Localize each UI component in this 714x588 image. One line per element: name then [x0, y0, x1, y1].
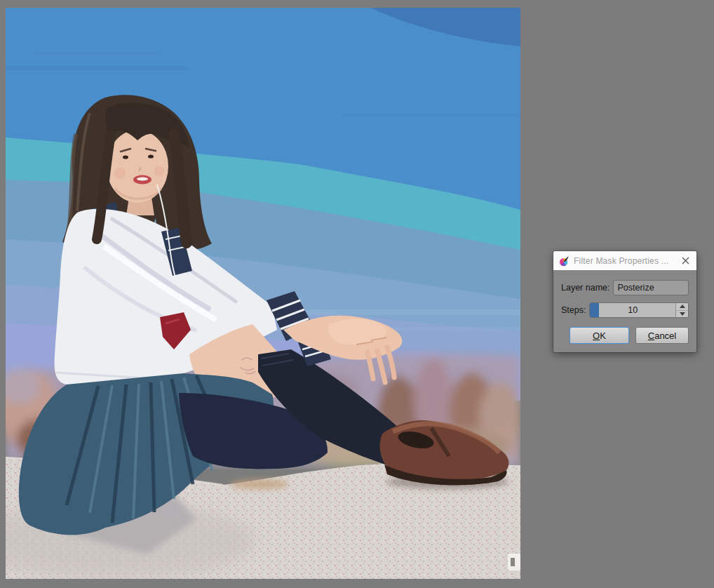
steps-label: Steps: [561, 305, 586, 315]
spin-down-button[interactable] [676, 311, 688, 318]
spin-up-button[interactable] [676, 303, 688, 311]
ok-button[interactable]: OK [570, 327, 629, 344]
dialog-titlebar[interactable]: Filter Mask Properties ... [553, 251, 696, 270]
ok-button-mnemonic: O [593, 330, 600, 341]
canvas-photo [6, 8, 520, 579]
screen: { "workspace": { "background_color": "#7… [0, 0, 714, 588]
steps-value: 10 [590, 303, 675, 317]
close-icon [682, 257, 689, 265]
dialog-button-row: OK Cancel [561, 327, 689, 344]
spinbox-buttons [675, 303, 688, 317]
canvas-image[interactable] [6, 8, 520, 579]
layer-name-input[interactable] [613, 280, 689, 295]
filter-mask-properties-dialog: Filter Mask Properties ... Layer name: S… [553, 251, 696, 352]
layer-name-label: Layer name: [561, 283, 609, 293]
cancel-button[interactable]: Cancel [635, 327, 689, 344]
dialog-body: Layer name: Steps: 10 OK Cancel [553, 270, 696, 352]
layer-name-row: Layer name: [561, 280, 689, 295]
close-button[interactable] [680, 255, 692, 267]
cancel-button-label: ancel [654, 330, 676, 341]
dialog-title: Filter Mask Properties ... [574, 256, 680, 266]
ok-button-label: K [600, 330, 606, 341]
triangle-down-icon [680, 312, 685, 316]
watermark [508, 554, 520, 570]
steps-spinbox[interactable]: 10 [589, 302, 689, 318]
krita-icon [558, 255, 570, 267]
steps-row: Steps: 10 [561, 302, 689, 318]
cancel-button-mnemonic: C [648, 330, 654, 341]
triangle-up-icon [680, 305, 685, 308]
